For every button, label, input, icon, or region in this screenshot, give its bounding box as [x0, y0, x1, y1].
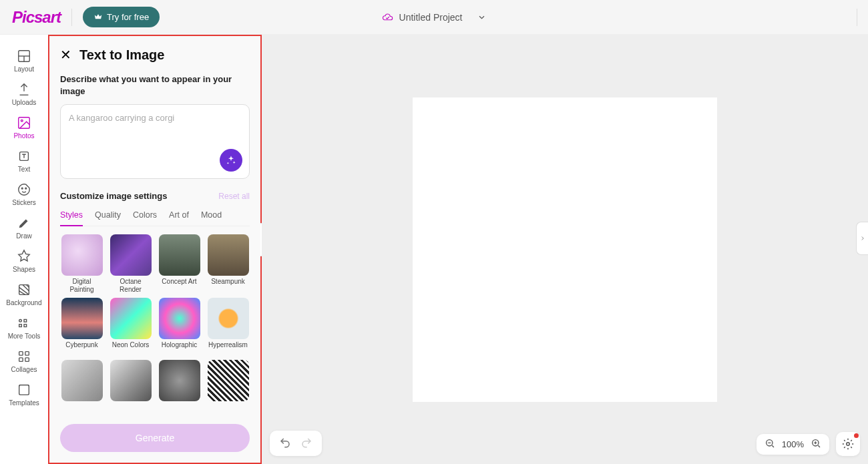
sparkle-icon	[226, 155, 236, 166]
redo-button[interactable]	[298, 435, 315, 452]
sidebar-item-layout[interactable]: Layout	[4, 44, 44, 77]
style-card[interactable]	[206, 360, 250, 417]
sidebar-label: Background	[6, 299, 41, 306]
prompt-box	[60, 104, 250, 179]
divider	[71, 9, 72, 26]
sidebar-item-shapes[interactable]: Shapes	[4, 244, 44, 278]
zoom-control: 100%	[756, 434, 829, 455]
logo[interactable]: Picsart	[12, 8, 61, 27]
crown-icon	[93, 13, 103, 22]
style-label: Holographic	[162, 341, 197, 356]
upload-icon	[17, 82, 31, 97]
style-card[interactable]	[158, 360, 201, 417]
style-thumb	[208, 298, 249, 339]
sidebar-item-templates[interactable]: Templates	[4, 378, 44, 411]
sidebar-item-photos[interactable]: Photos	[4, 111, 44, 144]
sidebar-label: More Tools	[8, 332, 41, 340]
sidebar-label: Draw	[16, 232, 31, 240]
style-card-cyberpunk[interactable]: Cyberpunk	[60, 298, 103, 356]
reset-all-link[interactable]: Reset all	[218, 192, 250, 201]
svg-rect-14	[25, 352, 29, 356]
zoom-out-button[interactable]	[765, 438, 775, 451]
project-title-container[interactable]: Untitled Project	[382, 11, 487, 23]
canvas-area: 100%	[262, 35, 868, 464]
style-card[interactable]	[109, 360, 152, 417]
tab-mood[interactable]: Mood	[201, 210, 222, 226]
style-label: Cyberpunk	[65, 341, 97, 356]
gear-icon	[842, 438, 854, 450]
style-card-digital-painting[interactable]: Digital Painting	[60, 234, 103, 294]
zoom-in-button[interactable]	[811, 438, 821, 451]
svg-point-7	[25, 188, 27, 189]
sidebar-label: Layout	[14, 65, 34, 73]
collages-icon	[17, 349, 31, 364]
tab-colors[interactable]: Colors	[133, 210, 157, 226]
zoom-in-icon	[811, 438, 821, 449]
style-label: Digital Painting	[60, 278, 103, 294]
svg-point-4	[21, 120, 23, 122]
sidebar-label: Stickers	[12, 199, 36, 206]
style-card-holographic[interactable]: Holographic	[158, 298, 201, 356]
magic-enhance-button[interactable]	[220, 149, 242, 172]
style-thumb	[159, 360, 200, 401]
try-for-free-button[interactable]: Try for free	[83, 7, 160, 27]
style-label: Steampunk	[211, 278, 245, 292]
sidebar-item-text[interactable]: Text	[4, 144, 44, 178]
try-button-label: Try for free	[107, 12, 149, 22]
sidebar-item-stickers[interactable]: Stickers	[4, 178, 44, 211]
svg-point-9	[19, 320, 22, 322]
style-card[interactable]	[60, 360, 103, 417]
undo-button[interactable]	[276, 435, 294, 452]
generate-button[interactable]: Generate	[60, 424, 250, 452]
style-card-neon-colors[interactable]: Neon Colors	[109, 298, 152, 356]
describe-label: Describe what you want to appear in your…	[60, 73, 250, 97]
styles-grid: Digital Painting Octane Render Concept A…	[60, 234, 250, 417]
style-card-hyperrealism[interactable]: Hyperrealism	[206, 298, 250, 356]
sidebar-label: Uploads	[12, 99, 37, 106]
customize-label: Customize image settings	[60, 191, 167, 201]
zoom-out-icon	[765, 438, 775, 449]
sidebar-item-more-tools[interactable]: More Tools	[4, 311, 44, 344]
close-icon[interactable]: ✕	[60, 47, 71, 63]
sidebar-item-background[interactable]: Background	[4, 278, 44, 311]
sidebar-item-draw[interactable]: Draw	[4, 211, 44, 244]
style-thumb	[61, 360, 103, 401]
style-label: Concept Art	[162, 278, 196, 292]
templates-icon	[17, 383, 31, 397]
zoom-value: 100%	[782, 439, 804, 449]
style-card-concept-art[interactable]: Concept Art	[158, 234, 201, 294]
svg-rect-15	[19, 358, 23, 362]
tab-styles[interactable]: Styles	[60, 210, 83, 226]
prompt-input[interactable]	[69, 113, 241, 153]
settings-button[interactable]	[836, 432, 860, 456]
undo-icon	[279, 437, 291, 449]
sidebar-label: Templates	[9, 399, 39, 407]
tab-quality[interactable]: Quality	[95, 210, 121, 226]
sidebar-label: Photos	[13, 132, 34, 140]
background-icon	[17, 282, 31, 297]
style-thumb	[110, 360, 152, 401]
style-label: Octane Render	[109, 278, 152, 294]
sidebar-item-collages[interactable]: Collages	[4, 344, 44, 378]
shapes-icon	[17, 249, 31, 264]
right-panel-handle[interactable]	[856, 222, 868, 255]
style-label: Hyperrealism	[208, 341, 248, 356]
zoom-settings-toolbar: 100%	[756, 432, 860, 456]
stickers-icon	[17, 182, 31, 197]
svg-rect-12	[24, 324, 27, 327]
settings-tabs: Styles Quality Colors Art of Mood	[60, 210, 250, 226]
divider	[857, 9, 857, 26]
style-card-steampunk[interactable]: Steampunk	[206, 234, 250, 294]
style-thumb	[110, 234, 152, 276]
undo-redo-toolbar	[270, 431, 322, 456]
cloud-icon	[382, 11, 394, 23]
style-thumb	[61, 234, 103, 276]
layout-icon	[17, 49, 31, 63]
left-sidebar: Layout Uploads Photos Text Stickers Draw…	[0, 35, 48, 464]
canvas[interactable]	[413, 97, 717, 402]
svg-rect-10	[24, 320, 27, 322]
style-card-octane-render[interactable]: Octane Render	[109, 234, 152, 294]
sidebar-item-uploads[interactable]: Uploads	[4, 77, 44, 111]
svg-point-6	[21, 188, 23, 189]
tab-art-of[interactable]: Art of	[169, 210, 189, 226]
